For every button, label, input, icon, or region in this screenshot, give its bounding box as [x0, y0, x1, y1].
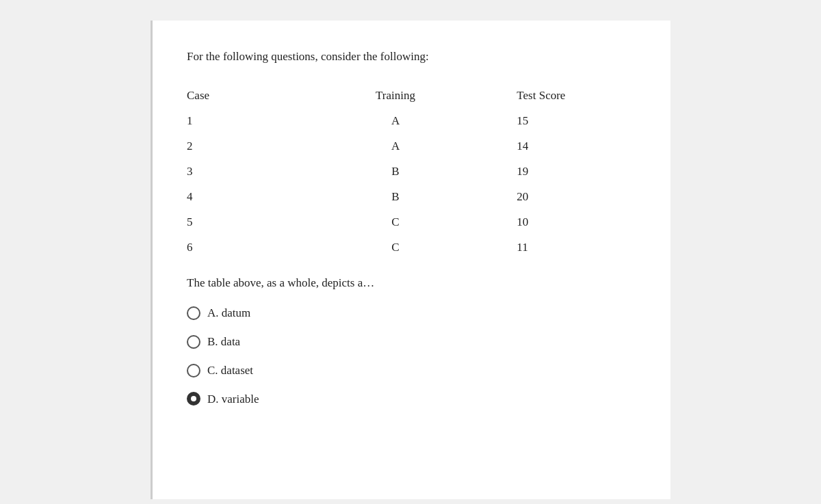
question-text: The table above, as a whole, depicts a… [187, 274, 636, 292]
option-label-b: B. data [207, 334, 240, 350]
cell-score: 15 [475, 108, 636, 133]
cell-case: 2 [187, 133, 315, 159]
table-row: 3B19 [187, 159, 636, 184]
cell-training: C [315, 209, 476, 235]
cell-case: 3 [187, 159, 315, 184]
page-container: For the following questions, consider th… [151, 21, 670, 499]
option-c[interactable]: C. dataset [187, 362, 636, 379]
option-a[interactable]: A. datum [187, 305, 636, 321]
table-row: 5C10 [187, 209, 636, 235]
option-d[interactable]: D. variable [187, 391, 636, 408]
cell-case: 5 [187, 209, 315, 235]
options-container: A. datumB. dataC. datasetD. variable [187, 305, 636, 407]
option-label-a: A. datum [207, 305, 250, 321]
option-label-c: C. dataset [207, 362, 253, 379]
radio-a[interactable] [187, 306, 200, 320]
cell-score: 14 [475, 133, 636, 159]
option-label-d: D. variable [207, 391, 259, 408]
col-header-score: Test Score [475, 86, 636, 108]
cell-case: 6 [187, 235, 315, 260]
radio-d[interactable] [187, 392, 200, 406]
cell-case: 4 [187, 184, 315, 209]
col-header-case: Case [187, 86, 315, 108]
cell-training: B [315, 159, 476, 184]
table-row: 6C11 [187, 235, 636, 260]
radio-b[interactable] [187, 335, 200, 349]
cell-score: 10 [475, 209, 636, 235]
cell-case: 1 [187, 108, 315, 133]
cell-training: C [315, 235, 476, 260]
radio-c[interactable] [187, 364, 200, 377]
table-header-row: Case Training Test Score [187, 86, 636, 108]
col-header-training: Training [315, 86, 476, 108]
cell-score: 11 [475, 235, 636, 260]
cell-training: A [315, 108, 476, 133]
cell-training: A [315, 133, 476, 159]
cell-training: B [315, 184, 476, 209]
table-row: 1A15 [187, 108, 636, 133]
cell-score: 20 [475, 184, 636, 209]
data-table: Case Training Test Score 1A152A143B194B2… [187, 86, 636, 261]
table-row: 2A14 [187, 133, 636, 159]
option-b[interactable]: B. data [187, 334, 636, 350]
cell-score: 19 [475, 159, 636, 184]
intro-text: For the following questions, consider th… [187, 48, 636, 66]
table-row: 4B20 [187, 184, 636, 209]
